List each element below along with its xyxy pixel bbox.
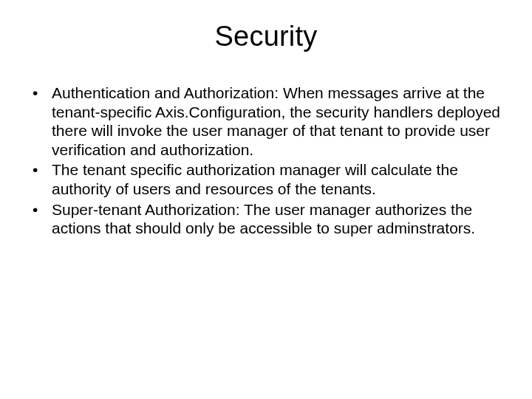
bullet-list: Authentication and Authorization: When m… xyxy=(22,83,510,238)
list-item: Authentication and Authorization: When m… xyxy=(27,83,505,159)
list-item: Super-tenant Authorization: The user man… xyxy=(27,200,505,238)
list-item: The tenant specific authorization manage… xyxy=(27,160,505,198)
slide: Security Authentication and Authorizatio… xyxy=(0,0,532,399)
slide-title: Security xyxy=(22,21,510,52)
